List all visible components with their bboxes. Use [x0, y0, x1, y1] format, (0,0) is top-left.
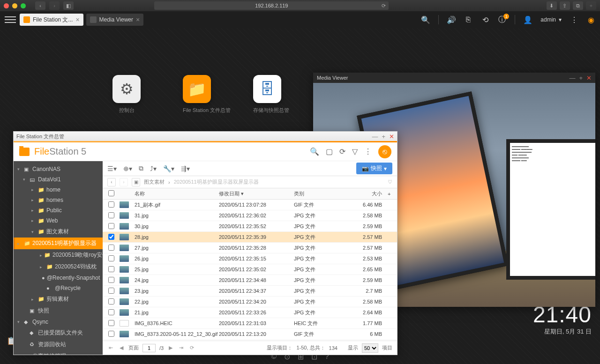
row-checkbox[interactable] [108, 320, 114, 326]
tree-item[interactable]: ▸📁20200519欧颂roy安全座 [14, 249, 103, 261]
row-checkbox[interactable] [108, 245, 114, 251]
expand-icon[interactable]: ▸ [31, 297, 36, 302]
expand-icon[interactable]: ▸ [31, 187, 36, 192]
tree-item[interactable]: ▾▣CanonNAS [14, 164, 103, 174]
address-bar[interactable]: 192.168.2.119 ⟳ [154, 1, 389, 10]
tree-item[interactable]: ▸📁homes [14, 195, 103, 205]
filter-icon[interactable]: ▽ [352, 147, 358, 156]
favorite-icon[interactable]: ♡ [388, 179, 392, 185]
file-row[interactable]: 27.jpg2020/05/11 22:35:28JPG 文件2.57 MB [103, 243, 397, 253]
expand-icon[interactable]: ▸ [31, 198, 36, 202]
new-tab-icon[interactable]: + [586, 1, 596, 10]
search-icon[interactable]: 🔍 [310, 147, 319, 156]
select-all-checkbox[interactable] [108, 190, 114, 196]
close-icon[interactable]: ✕ [389, 133, 394, 140]
file-station-titlebar[interactable]: File Station 文件总管 — + ✕ [14, 132, 397, 141]
devices-icon[interactable]: ⟲ [481, 15, 489, 24]
first-page-icon[interactable]: ⇤ [107, 345, 114, 351]
tree-item[interactable]: ▸📁Public [14, 205, 103, 215]
expand-icon[interactable]: ▾ [17, 167, 22, 171]
row-checkbox[interactable] [108, 255, 114, 261]
downloads-icon[interactable]: ⬇ [547, 1, 557, 10]
row-checkbox[interactable] [108, 277, 114, 283]
tree-item[interactable]: ◆已接受团队文件夹 [14, 327, 103, 339]
file-row[interactable]: 25.jpg2020/05/11 22:35:02JPG 文件2.65 MB [103, 264, 397, 275]
page-input[interactable] [142, 344, 156, 352]
close-tab-icon[interactable]: × [75, 16, 79, 23]
tree-item[interactable]: ▾🖴DataVol1 [14, 174, 103, 185]
close-tab-icon[interactable]: × [136, 16, 140, 23]
expand-icon[interactable]: ▸ [17, 241, 22, 246]
col-type[interactable]: 类别 [294, 190, 350, 197]
nav-forward-icon[interactable]: › [120, 178, 128, 186]
tree-item[interactable]: ♻资源回收站 [14, 339, 103, 350]
sidebar-button[interactable]: ◧ [63, 1, 74, 10]
breadcrumb-segment[interactable]: 20200511明基护眼显示器双屏显示器 [174, 178, 259, 186]
reload-icon[interactable]: ⟳ [382, 3, 386, 9]
remote-icon[interactable]: ⎋ [378, 145, 391, 158]
tasks-icon[interactable]: ⎘ [464, 15, 472, 24]
copy-button[interactable]: ⧉ [139, 164, 143, 172]
maximize-icon[interactable]: + [579, 74, 583, 82]
tabs-icon[interactable]: ⧉ [573, 1, 583, 10]
minimize-window-icon[interactable] [12, 3, 17, 8]
folder-icon[interactable]: ▣ [132, 178, 140, 186]
expand-icon[interactable]: ▸ [31, 208, 36, 213]
user-icon[interactable]: 👤 [524, 15, 532, 24]
maximize-icon[interactable]: + [382, 133, 385, 140]
expand-icon[interactable]: ▸ [40, 253, 42, 258]
view-mode-button[interactable]: ☰▾ [107, 165, 117, 172]
tree-item[interactable]: ▾◆Qsync [14, 317, 103, 327]
file-row[interactable]: 24.jpg2020/05/11 22:34:48JPG 文件2.59 MB [103, 275, 397, 286]
prev-page-icon[interactable]: ◀ [118, 345, 125, 351]
user-menu[interactable]: admin▾ [540, 16, 562, 23]
row-checkbox[interactable] [108, 309, 114, 315]
cast-icon[interactable]: ▢ [326, 147, 333, 156]
expand-icon[interactable]: ▾ [17, 319, 22, 324]
row-checkbox[interactable] [108, 288, 114, 294]
row-checkbox[interactable] [108, 223, 114, 229]
file-row[interactable]: 22.jpg2020/05/11 22:34:20JPG 文件2.58 MB [103, 297, 397, 307]
tree-item[interactable]: ▸📁Web [14, 215, 103, 226]
close-icon[interactable]: ✕ [586, 74, 592, 82]
col-size[interactable]: 大小 [350, 190, 388, 197]
expand-icon[interactable]: ▾ [23, 177, 28, 182]
create-button[interactable]: ⊕▾ [123, 165, 132, 172]
minimize-icon[interactable]: — [569, 74, 575, 82]
file-row[interactable]: 30.jpg2020/05/11 22:35:52JPG 文件2.59 MB [103, 221, 397, 232]
back-button[interactable]: ‹ [35, 1, 45, 10]
last-page-icon[interactable]: ⇥ [178, 345, 185, 351]
file-row[interactable]: 28.jpg2020/05/11 22:35:39JPG 文件2.57 MB [103, 232, 397, 243]
upload-button[interactable]: ⤴▾ [150, 165, 157, 172]
tree-item[interactable]: ●@Recently-Snapshot [14, 273, 103, 283]
file-row[interactable]: IMG_8373.2020-05-11 22_12_30.gif2020/05/… [103, 329, 397, 340]
desktop-app-icon[interactable]: 🗄 [253, 75, 281, 103]
expand-icon[interactable]: ▸ [17, 354, 22, 355]
col-name[interactable]: 名称 [133, 190, 219, 197]
tree-item[interactable]: ▣快照 [14, 305, 103, 317]
file-row[interactable]: 31.jpg2020/05/11 22:36:02JPG 文件2.58 MB [103, 210, 397, 221]
app-tab[interactable]: File Station 文...× [20, 14, 83, 26]
forward-button[interactable]: › [49, 1, 60, 10]
file-row[interactable]: 26.jpg2020/05/11 22:35:15JPG 文件2.53 MB [103, 253, 397, 264]
file-row[interactable]: 21_副本.gif2020/05/11 23:07:28GIF 文件6.46 M… [103, 200, 397, 210]
dashboard-icon[interactable]: ◉ [587, 15, 595, 24]
share-icon[interactable]: ⇪ [560, 1, 570, 10]
minimize-icon[interactable]: — [372, 133, 378, 140]
menu-icon[interactable] [5, 14, 16, 25]
app-tab[interactable]: Media Viewer× [86, 14, 144, 26]
tree-item[interactable]: ●@Recycle [14, 283, 103, 293]
per-page-select[interactable]: 50 [362, 343, 378, 353]
breadcrumb-segment[interactable]: 图文素材 [144, 178, 165, 186]
row-checkbox[interactable] [108, 201, 114, 208]
next-page-icon[interactable]: ▶ [167, 345, 174, 351]
row-checkbox[interactable] [108, 298, 114, 305]
expand-icon[interactable]: ▸ [31, 218, 36, 223]
search-icon[interactable]: 🔍 [421, 15, 430, 24]
tree-item[interactable]: ▸📁20200511明基护眼显示器 [14, 238, 103, 249]
maximize-window-icon[interactable] [21, 3, 26, 8]
expand-icon[interactable]: ▸ [40, 265, 45, 269]
media-viewer-titlebar[interactable]: Media Viewer — + ✕ [313, 73, 595, 83]
volume-icon[interactable]: 🔊 [447, 15, 456, 24]
tree-item[interactable]: ▸◆分享链接管理 [14, 350, 103, 355]
